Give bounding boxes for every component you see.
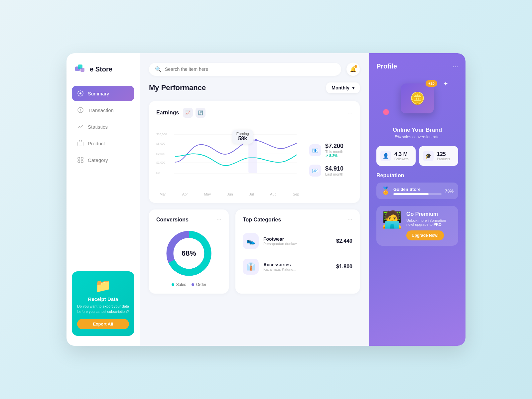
export-button[interactable]: Export All	[77, 319, 129, 329]
footwear-name: Footwear	[263, 236, 301, 242]
sidebar: e Store Summary $ Transaction	[66, 53, 140, 346]
products-value: 125	[437, 151, 450, 157]
earnings-more[interactable]: ···	[347, 109, 352, 116]
chart-line-icon[interactable]: 📈	[183, 108, 193, 118]
svg-rect-2	[80, 68, 84, 72]
reputation-section: Reputation 🏅 Golden Store 73%	[376, 173, 458, 199]
svg-rect-22	[248, 139, 257, 173]
search-input[interactable]	[165, 66, 335, 72]
accessories-icon: 👔	[243, 259, 259, 275]
profile-title: Profile	[376, 63, 397, 70]
sidebar-item-statistics[interactable]: Statistics	[72, 119, 134, 134]
brand-text: Online Your Brand 5% sales conversion ra…	[376, 127, 458, 139]
donut-chart: 68%	[164, 228, 214, 278]
category-icon	[77, 157, 84, 163]
cat-left-accessories: 👔 Accessories Kacamata, Kalung...	[243, 259, 296, 275]
conversions-card: Conversions ··· 68%	[149, 209, 229, 294]
brand-box: 🪙 +20	[401, 83, 434, 113]
followers-stat: 👤 4.3 M Followers	[376, 146, 416, 166]
conversions-more[interactable]: ···	[216, 216, 221, 223]
categories-title: Top Categories	[243, 217, 281, 223]
x-label-apr: Apr	[182, 192, 188, 196]
accessories-sub: Kacamata, Kalung...	[263, 267, 296, 271]
sidebar-item-category[interactable]: Category	[72, 152, 134, 168]
products-icon: 🎓	[423, 151, 434, 161]
rep-bar-bg	[393, 193, 442, 195]
search-bar: 🔍	[149, 63, 341, 76]
svg-text:$0: $0	[156, 171, 160, 175]
chart-area: Earning 58k $10,000 $5,000 $2,000 $1,000…	[156, 123, 303, 196]
x-label-jun: Jun	[227, 192, 233, 196]
premium-desc: Unlock more information now! upgrade to …	[406, 218, 453, 226]
this-month-value: $7.200	[325, 143, 343, 150]
upgrade-button[interactable]: Upgrade Now!	[406, 230, 444, 240]
chart-pie-icon[interactable]: 🔄	[196, 108, 205, 118]
performance-title: My Performance	[149, 83, 206, 92]
sidebar-item-product[interactable]: Product	[72, 136, 134, 151]
svg-rect-11	[81, 161, 83, 163]
accessories-value: $1.800	[336, 264, 352, 270]
receipt-card: 📁 Receipt Data Do you want to export you…	[72, 271, 134, 336]
sidebar-item-transaction[interactable]: $ Transaction	[72, 102, 134, 118]
last-month-label: Last month	[325, 172, 343, 176]
order-dot	[192, 283, 194, 286]
svg-rect-8	[78, 157, 80, 159]
chart-x-labels: Mar Apr May Jun Jul Aug Sep	[156, 192, 303, 196]
transaction-icon: $	[77, 107, 84, 113]
svg-rect-10	[78, 161, 80, 163]
header: 🔍 🔔	[149, 63, 360, 76]
earnings-content: Earning 58k $10,000 $5,000 $2,000 $1,000…	[156, 123, 352, 196]
chevron-down-icon: ▾	[352, 85, 354, 90]
svg-point-23	[255, 139, 257, 141]
legend-sales: Sales	[172, 282, 186, 287]
svg-rect-9	[81, 157, 83, 159]
app-name: e Store	[90, 66, 112, 73]
performance-header: My Performance Monthly ▾	[149, 82, 360, 93]
logo: e Store	[72, 63, 134, 75]
receipt-title: Receipt Data	[77, 296, 129, 302]
x-label-mar: Mar	[160, 192, 166, 196]
rep-info: Golden Store	[393, 187, 442, 195]
donut-percentage: 68%	[182, 249, 196, 258]
footwear-sub: Persapautan duniawi...	[263, 242, 301, 246]
footwear-value: $2.440	[336, 238, 352, 244]
search-icon: 🔍	[155, 66, 162, 72]
this-month-label: This month	[325, 150, 343, 154]
this-month-stat: 📧 $7.200 This month ↗ 8.2%	[309, 143, 352, 158]
svg-point-4	[79, 92, 81, 94]
earnings-stats: 📧 $7.200 This month ↗ 8.2% 📧 $4.910	[309, 123, 352, 196]
legend-order: Order	[192, 282, 206, 287]
x-label-jul: Jul	[249, 192, 254, 196]
profile-header: Profile ···	[376, 63, 458, 70]
rep-percent: 73%	[445, 189, 454, 194]
last-month-stat: 📧 $4.910 Last month	[309, 165, 352, 177]
golden-store-icon: 🏅	[381, 187, 390, 195]
categories-more[interactable]: ···	[347, 216, 352, 223]
products-stat: 🎓 125 Products	[419, 146, 458, 166]
premium-text: Go Premium Unlock more information now! …	[406, 211, 453, 240]
receipt-desc: Do you want to export your data before y…	[77, 304, 129, 314]
last-month-icon: 📧	[309, 165, 321, 177]
profile-stats-row: 👤 4.3 M Followers 🎓 125 Products	[376, 146, 458, 166]
sidebar-item-summary[interactable]: Summary	[72, 86, 134, 101]
followers-icon: 👤	[380, 151, 391, 161]
nav-menu: Summary $ Transaction Statistics	[72, 86, 134, 169]
conversions-header: Conversions ···	[156, 216, 221, 223]
earnings-card: Earnings 📈 🔄 ··· Earning 58k	[149, 101, 360, 203]
categories-list: 👟 Footwear Persapautan duniawi... $2.440…	[243, 228, 352, 279]
products-label: Products	[437, 157, 450, 161]
period-dropdown[interactable]: Monthly ▾	[326, 82, 360, 93]
bottom-row: Conversions ··· 68%	[149, 209, 360, 294]
profile-more[interactable]: ···	[453, 63, 458, 70]
category-item-footwear: 👟 Footwear Persapautan duniawi... $2.440	[243, 228, 352, 254]
svg-text:$5,000: $5,000	[156, 142, 165, 145]
sales-dot	[172, 283, 174, 286]
brand-badge: +20	[426, 80, 437, 87]
earnings-chart-svg: $10,000 $5,000 $2,000 $1,000 $0	[156, 123, 303, 190]
product-icon	[77, 140, 84, 147]
footwear-icon: 👟	[243, 233, 259, 249]
x-label-sep: Sep	[293, 192, 299, 196]
svg-text:$: $	[79, 109, 81, 112]
rep-bar-fill	[393, 193, 429, 195]
notification-button[interactable]: 🔔	[346, 63, 360, 76]
